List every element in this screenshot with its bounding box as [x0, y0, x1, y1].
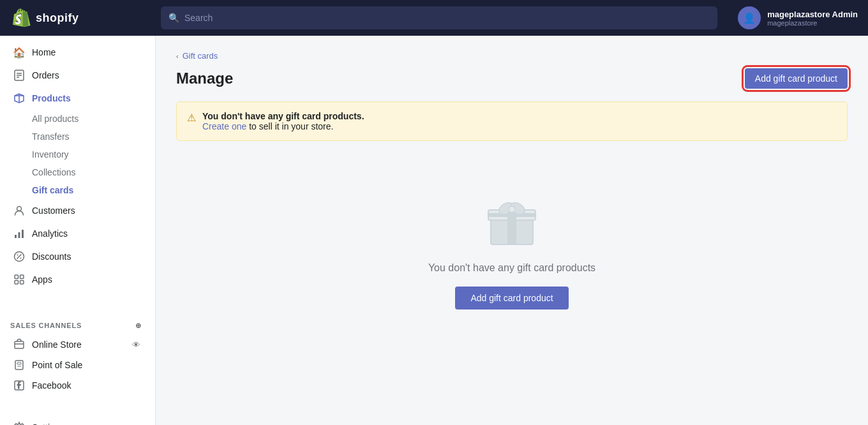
sidebar-sub-all-products-label: All products — [32, 114, 79, 124]
empty-state: You don't have any gift card products Ad… — [176, 161, 848, 340]
search-icon: 🔍 — [168, 13, 179, 23]
sidebar-item-discounts-label: Discounts — [32, 251, 71, 262]
sidebar-sub-item-collections[interactable]: Collections — [3, 163, 153, 181]
point-of-sale-label: Point of Sale — [32, 360, 142, 370]
svg-point-12 — [17, 255, 19, 256]
gift-icon-container — [483, 192, 541, 250]
analytics-icon — [13, 227, 26, 240]
user-info: mageplazastore Admin mageplazastore — [767, 10, 858, 27]
sidebar-channel-point-of-sale[interactable]: Point of Sale — [3, 355, 153, 375]
customers-icon — [13, 204, 26, 217]
sidebar-settings-label: Settings — [32, 422, 64, 425]
svg-rect-9 — [22, 230, 24, 238]
user-area: 👤 mageplazastore Admin mageplazastore — [738, 6, 858, 29]
svg-point-6 — [17, 207, 22, 211]
alert-message-rest: to sell it in your store. — [246, 121, 333, 131]
svg-rect-15 — [20, 275, 24, 279]
sidebar-item-customers[interactable]: Customers — [3, 199, 153, 222]
svg-point-24 — [20, 366, 21, 367]
empty-state-text: You don't have any gift card products — [428, 262, 595, 274]
svg-point-13 — [20, 258, 22, 259]
sidebar-item-home[interactable]: 🏠 Home — [3, 41, 153, 64]
sidebar-sub-item-transfers[interactable]: Transfers — [3, 128, 153, 145]
add-gift-card-product-button-header[interactable]: Add gift card product — [745, 68, 848, 89]
orders-icon — [13, 69, 26, 82]
svg-rect-20 — [15, 361, 23, 369]
layout: 🏠 Home Orders Products All products Tr — [0, 36, 868, 425]
online-store-action-icon[interactable]: 👁 — [130, 338, 142, 351]
sales-channels-section: SALES CHANNELS ⊕ Online Store 👁 Point of… — [0, 306, 155, 401]
svg-point-22 — [17, 366, 19, 367]
svg-rect-18 — [15, 341, 24, 348]
svg-point-33 — [509, 206, 515, 212]
sidebar-settings-section: Settings — [0, 411, 155, 425]
online-store-icon — [13, 338, 26, 351]
sidebar-sub-collections-label: Collections — [32, 167, 75, 177]
create-one-link[interactable]: Create one — [202, 121, 246, 131]
alert-text: You don't have any gift card products. C… — [202, 111, 364, 131]
sidebar-item-customers-label: Customers — [32, 205, 75, 216]
sidebar-channel-online-store[interactable]: Online Store 👁 — [3, 334, 153, 355]
warning-icon: ⚠ — [187, 112, 196, 124]
svg-rect-7 — [15, 235, 17, 238]
main-content: ‹ Gift cards Manage Add gift card produc… — [156, 36, 868, 425]
svg-rect-17 — [20, 281, 24, 285]
page-header: Manage Add gift card product — [176, 68, 848, 89]
svg-rect-21 — [17, 362, 21, 364]
point-of-sale-icon — [13, 359, 26, 371]
svg-rect-30 — [488, 213, 535, 217]
search-input[interactable] — [184, 13, 710, 23]
avatar: 👤 — [738, 6, 761, 29]
products-icon — [13, 92, 26, 105]
add-gift-card-product-button-empty[interactable]: Add gift card product — [455, 287, 568, 309]
sidebar-item-settings[interactable]: Settings — [3, 416, 153, 425]
sidebar-primary-section: 🏠 Home Orders Products All products Tr — [0, 36, 155, 296]
online-store-label: Online Store — [32, 339, 123, 350]
sidebar-item-home-label: Home — [32, 47, 56, 57]
alert-banner: ⚠ You don't have any gift card products.… — [176, 101, 848, 141]
top-nav: shopify 🔍 👤 mageplazastore Admin magepla… — [0, 0, 868, 36]
sidebar-sub-inventory-label: Inventory — [32, 149, 69, 160]
breadcrumb-chevron-icon: ‹ — [176, 52, 179, 60]
gift-box-icon — [483, 192, 541, 250]
shopify-logo-icon — [10, 8, 31, 28]
sidebar-sub-transfers-label: Transfers — [32, 131, 70, 142]
sidebar-item-discounts[interactable]: Discounts — [3, 245, 153, 268]
svg-rect-14 — [15, 275, 19, 279]
sidebar-item-products[interactable]: Products — [3, 87, 153, 110]
discounts-icon — [13, 250, 26, 263]
search-bar[interactable]: 🔍 — [161, 6, 717, 29]
breadcrumb[interactable]: ‹ Gift cards — [176, 51, 848, 61]
sidebar-sub-item-inventory[interactable]: Inventory — [3, 145, 153, 163]
sidebar-sub-item-all-products[interactable]: All products — [3, 110, 153, 128]
sidebar-item-products-label: Products — [32, 93, 71, 103]
sidebar-item-apps[interactable]: Apps — [3, 268, 153, 291]
facebook-icon — [13, 379, 26, 392]
sidebar-channel-facebook[interactable]: Facebook — [3, 375, 153, 396]
sidebar: 🏠 Home Orders Products All products Tr — [0, 36, 156, 425]
sidebar-item-apps-label: Apps — [32, 274, 52, 285]
svg-rect-16 — [15, 281, 19, 285]
user-name: mageplazastore Admin — [767, 10, 858, 19]
home-icon: 🏠 — [13, 46, 26, 59]
sidebar-sub-gift-cards-label: Gift cards — [32, 185, 73, 195]
apps-icon — [13, 273, 26, 286]
svg-point-23 — [19, 366, 20, 367]
sidebar-sub-item-gift-cards[interactable]: Gift cards — [3, 181, 153, 199]
add-channel-icon[interactable]: ⊕ — [132, 319, 145, 332]
sidebar-item-orders-label: Orders — [32, 70, 59, 80]
user-store: mageplazastore — [767, 19, 858, 27]
sidebar-item-orders[interactable]: Orders — [3, 64, 153, 87]
logo-text: shopify — [36, 11, 79, 25]
settings-icon — [13, 421, 26, 425]
logo-area: shopify — [10, 8, 151, 28]
page-title: Manage — [176, 70, 233, 87]
alert-message-bold: You don't have any gift card products. — [202, 111, 364, 121]
breadcrumb-text: Gift cards — [183, 51, 218, 61]
svg-rect-8 — [19, 232, 20, 238]
sidebar-item-analytics[interactable]: Analytics — [3, 222, 153, 245]
sidebar-item-analytics-label: Analytics — [32, 228, 68, 239]
sales-channels-label: SALES CHANNELS ⊕ — [0, 311, 155, 334]
facebook-label: Facebook — [32, 380, 142, 391]
